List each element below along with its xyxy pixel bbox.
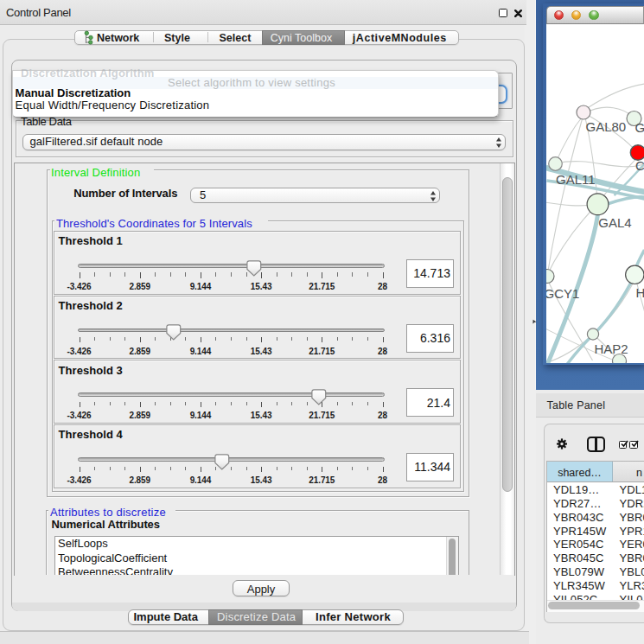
svg-text:GAL80: GAL80 — [585, 118, 626, 133]
svg-text:GAL4: GAL4 — [598, 215, 631, 230]
svg-text:HAP2: HAP2 — [594, 341, 628, 356]
svg-text:H: H — [635, 285, 644, 300]
svg-text:G: G — [634, 119, 644, 134]
svg-text:GAL11: GAL11 — [556, 172, 596, 187]
svg-text:C: C — [635, 158, 644, 173]
svg-text:GCY1: GCY1 — [546, 285, 579, 300]
